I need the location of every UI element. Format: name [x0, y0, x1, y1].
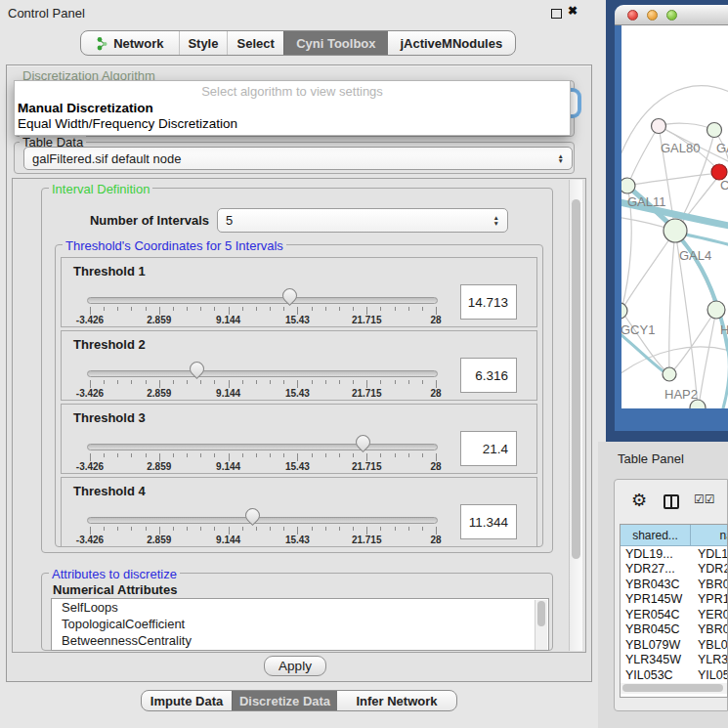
- slider-tick: [283, 527, 284, 531]
- slider-tick: [270, 307, 271, 311]
- threshold-slider-track[interactable]: [87, 517, 438, 524]
- vertical-scrollbar[interactable]: [569, 180, 582, 651]
- table-cell[interactable]: YDL19...: [621, 547, 691, 561]
- table-cell[interactable]: YIL053C: [621, 668, 691, 682]
- network-node-GCY1[interactable]: [621, 303, 627, 319]
- table-cell[interactable]: YBL079W: [621, 638, 691, 652]
- table-cell[interactable]: YBR043C: [691, 578, 728, 591]
- network-node-GAL11[interactable]: [621, 178, 635, 193]
- attribute-list-item[interactable]: TopologicalCoefficient: [52, 616, 548, 632]
- network-icon: [96, 36, 108, 51]
- table-row[interactable]: YDR27...YDR27...: [621, 562, 727, 578]
- columns-icon[interactable]: [664, 494, 679, 509]
- slider-tick: [312, 527, 313, 531]
- tab-infer-network[interactable]: Infer Network: [337, 691, 456, 710]
- slider-tick: [297, 453, 298, 461]
- threshold-slider-track[interactable]: [87, 297, 438, 304]
- network-edge[interactable]: [627, 173, 718, 186]
- node-label: GCY1: [621, 322, 655, 337]
- zoom-traffic-light[interactable]: [666, 10, 677, 21]
- table-cell[interactable]: YBR045C: [621, 622, 691, 636]
- thresholds-group-title: Threshold's Coordinates for 5 Intervals: [63, 238, 286, 253]
- network-edge[interactable]: [659, 123, 714, 130]
- network-window-titlebar[interactable]: [615, 5, 728, 25]
- table-cell[interactable]: YIL053C: [691, 668, 728, 682]
- table-cell[interactable]: YDL19...: [691, 547, 728, 561]
- table-row[interactable]: YIL053CYIL053C: [621, 667, 727, 683]
- column-header-name[interactable]: name: [691, 525, 728, 546]
- apply-button[interactable]: Apply: [264, 656, 326, 676]
- network-edge[interactable]: [628, 126, 659, 185]
- table-cell[interactable]: YBR043C: [621, 578, 691, 591]
- table-cell[interactable]: YLR345W: [621, 653, 691, 666]
- attribute-list-item[interactable]: BetweennessCentrality: [52, 632, 548, 649]
- slider-tick: [325, 380, 326, 384]
- table-cell[interactable]: YDR27...: [621, 562, 691, 576]
- scrollbar-thumb[interactable]: [622, 684, 723, 692]
- network-node-HAP2[interactable]: [663, 367, 676, 381]
- threshold-value-field[interactable]: 21.4: [460, 431, 517, 466]
- horizontal-scrollbar[interactable]: [621, 683, 727, 694]
- network-edge[interactable]: [699, 310, 716, 407]
- tab-select[interactable]: Select: [227, 31, 283, 55]
- table-cell[interactable]: YBL079W: [691, 638, 728, 652]
- tab-discretize-data[interactable]: Discretize Data: [232, 691, 337, 710]
- network-edge[interactable]: [622, 231, 675, 309]
- slider-tick-label: 9.144: [205, 315, 252, 325]
- gear-icon[interactable]: ⚙: [631, 490, 647, 510]
- table-cell[interactable]: YER054C: [691, 608, 728, 621]
- network-node-GAL4[interactable]: [664, 219, 687, 242]
- table-data-combobox[interactable]: galFiltered.sif default node ▲▼: [23, 147, 573, 170]
- threshold-slider-track[interactable]: [87, 444, 438, 450]
- table-row[interactable]: YDL19...YDL19...: [621, 546, 727, 562]
- table-row[interactable]: YLR345WYLR345W: [621, 653, 727, 668]
- table-row[interactable]: YBR045CYBR045C: [621, 622, 727, 638]
- table-row[interactable]: YPR145WYPR145W: [621, 592, 727, 608]
- network-node-GA[interactable]: [707, 123, 722, 138]
- table-cell[interactable]: YPR145W: [621, 592, 691, 606]
- slider-tick: [104, 307, 105, 311]
- network-node-H[interactable]: [707, 301, 725, 319]
- numerical-attributes-list[interactable]: SelfLoopsTopologicalCoefficientBetweenne…: [51, 598, 549, 651]
- table-row[interactable]: YER054CYER054C: [621, 607, 727, 622]
- threshold-slider-track[interactable]: [87, 370, 438, 377]
- tab-impute-data[interactable]: Impute Data: [142, 691, 232, 710]
- scrollbar-thumb[interactable]: [537, 601, 545, 626]
- network-edge-thick[interactable]: [723, 350, 728, 408]
- minimize-traffic-light[interactable]: [647, 10, 658, 21]
- close-traffic-light[interactable]: [627, 10, 638, 21]
- threshold-value-field[interactable]: 6.316: [460, 358, 517, 393]
- menu-item-equal-width-frequency[interactable]: Equal Width/Frequency Discretization: [18, 116, 237, 131]
- float-window-icon[interactable]: [551, 9, 562, 19]
- top-tab-bar: Network Style Select Cyni Toolbox jActiv…: [80, 30, 516, 56]
- network-edge[interactable]: [669, 231, 675, 373]
- network-canvas[interactable]: GAL80GACGAL11GAL4GCY1HHAP2: [621, 25, 728, 408]
- tab-jactivemnodules[interactable]: jActiveMNodules: [388, 31, 515, 55]
- close-icon[interactable]: ✖: [568, 4, 578, 18]
- table-cell[interactable]: YBR045C: [691, 622, 728, 636]
- bottom-tab-bar: Impute Data Discretize Data Infer Networ…: [141, 690, 457, 711]
- threshold-value-field[interactable]: 14.713: [460, 284, 517, 320]
- column-header-shared-name[interactable]: shared...: [621, 525, 691, 546]
- tab-network[interactable]: Network: [81, 31, 179, 55]
- node-attribute-table[interactable]: shared...name YDL19...YDL19...YDR27...YD…: [620, 524, 728, 698]
- slider-tick: [408, 380, 409, 384]
- scrollbar-thumb[interactable]: [572, 199, 580, 559]
- table-cell[interactable]: YPR145W: [691, 592, 728, 606]
- slider-tick: [104, 380, 105, 384]
- table-row[interactable]: YBL079WYBL079W: [621, 637, 727, 653]
- attribute-list-item[interactable]: SelfLoops: [52, 599, 548, 616]
- network-node-GAL80[interactable]: [652, 119, 666, 134]
- tab-cyni-toolbox[interactable]: Cyni Toolbox: [283, 31, 388, 55]
- slider-tick: [395, 307, 396, 311]
- table-cell[interactable]: YDR27...: [691, 562, 728, 576]
- tab-style[interactable]: Style: [179, 31, 228, 55]
- table-cell[interactable]: YER054C: [621, 608, 691, 621]
- number-of-intervals-combobox[interactable]: 5 ▲▼: [217, 208, 508, 233]
- table-row[interactable]: YBR043CYBR043C: [621, 577, 727, 592]
- table-cell[interactable]: YLR345W: [691, 653, 728, 666]
- select-all-checkboxes-icon[interactable]: ☑☑: [694, 492, 715, 506]
- attributes-scrollbar[interactable]: [535, 600, 547, 650]
- threshold-value-field[interactable]: 11.344: [460, 504, 517, 539]
- menu-item-manual-discretization[interactable]: Manual Discretization: [18, 101, 153, 115]
